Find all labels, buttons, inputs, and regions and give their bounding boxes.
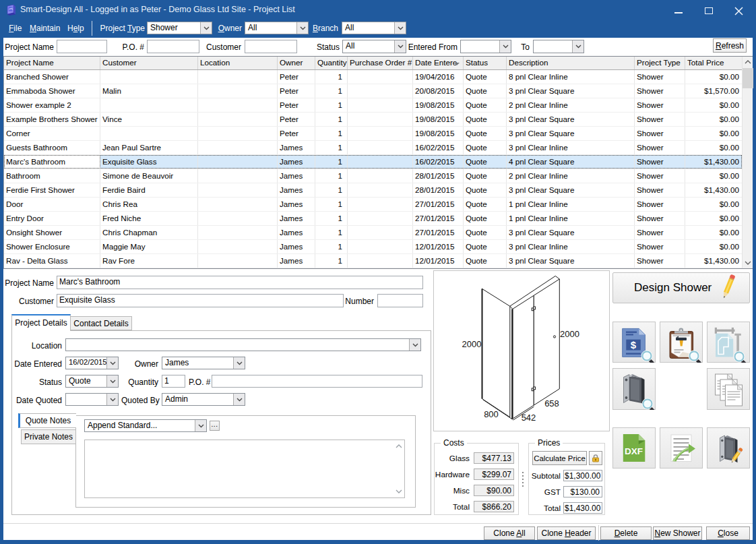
svg-text:800: 800 [484, 409, 499, 419]
svg-text:2000: 2000 [560, 329, 579, 339]
svg-text:658: 658 [544, 398, 559, 409]
svg-text:542: 542 [522, 413, 536, 423]
svg-text:$: $ [631, 339, 637, 351]
svg-text:2000: 2000 [462, 339, 482, 349]
svg-text:DXF: DXF [625, 446, 643, 456]
